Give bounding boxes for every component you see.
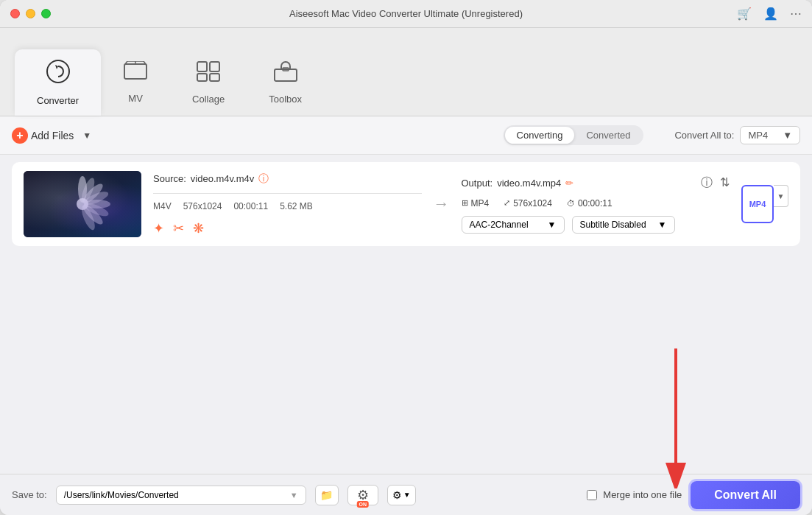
title-bar-actions: 🛒 👤 ⋯: [737, 7, 802, 21]
output-label: Output:: [462, 178, 493, 189]
file-info-left: Source: video.m4v.m4v ⓘ M4V 576x1024 00:…: [153, 172, 422, 237]
audio-channel-select[interactable]: AAC-2Channel ▼: [462, 216, 565, 234]
svg-rect-4: [210, 62, 219, 71]
file-source: Source: video.m4v.m4v ⓘ: [153, 172, 422, 186]
collage-icon: [196, 60, 221, 88]
folder-button[interactable]: 📁: [315, 485, 339, 505]
format-badge-arrow[interactable]: ▼: [774, 185, 788, 207]
source-filename: video.m4v.m4v: [191, 173, 254, 184]
merge-label: Merge into one file: [603, 489, 682, 500]
tab-collage[interactable]: Collage: [170, 49, 247, 116]
tab-toolbox[interactable]: Toolbox: [247, 49, 324, 116]
convert-all-to: Convert All to: MP4 ▼: [674, 126, 800, 144]
svg-point-13: [80, 202, 105, 227]
effects-icon[interactable]: ❋: [193, 220, 204, 237]
output-filename: video.m4v.mp4: [497, 178, 561, 189]
tab-converter-label: Converter: [37, 95, 79, 106]
tab-converter[interactable]: Converter: [15, 49, 101, 116]
file-size: 5.62 MB: [280, 201, 313, 211]
output-resolution-icon: ⤢: [504, 198, 510, 208]
arrow-separator: →: [434, 195, 450, 214]
hw-acceleration-button[interactable]: ⚙ ON: [347, 485, 378, 505]
file-duration: 00:00:11: [233, 201, 268, 211]
minimize-button[interactable]: [26, 9, 35, 18]
file-meta: M4V 576x1024 00:00:11 5.62 MB: [153, 201, 422, 211]
output-format: MP4: [471, 198, 490, 209]
source-label: Source:: [153, 173, 186, 184]
save-path-dropdown: ▼: [290, 491, 298, 500]
file-output: Output: video.m4v.mp4 ✏ ⓘ ⇅ ⊞ MP4: [462, 175, 730, 234]
subtitle-select[interactable]: Subtitle Disabled ▼: [572, 216, 675, 234]
svg-rect-5: [197, 74, 207, 81]
selected-format: MP4: [748, 130, 768, 141]
svg-rect-6: [210, 74, 219, 81]
converted-tab[interactable]: Converted: [574, 127, 642, 144]
output-format-item: ⊞ MP4: [462, 198, 490, 209]
content-area: Source: video.m4v.m4v ⓘ M4V 576x1024 00:…: [0, 155, 812, 474]
output-icons: ⓘ ⇅: [701, 175, 730, 191]
tab-mv[interactable]: MV: [101, 49, 170, 116]
mv-icon: [123, 61, 148, 87]
plus-icon: +: [12, 127, 28, 144]
format-select[interactable]: MP4 ▼: [740, 126, 800, 144]
converting-tab[interactable]: Converting: [505, 127, 575, 144]
toolbox-icon: [273, 60, 298, 88]
file-resolution: 576x1024: [183, 201, 222, 211]
svg-point-10: [78, 176, 87, 203]
settings-icon: ⚙: [392, 489, 402, 501]
source-divider: [153, 193, 422, 194]
convert-all-to-label: Convert All to:: [674, 130, 734, 141]
audio-channel-dropdown-icon: ▼: [548, 220, 557, 230]
output-info-icon[interactable]: ⓘ: [701, 175, 713, 191]
format-badge-text: MP4: [749, 200, 766, 209]
file-item: Source: video.m4v.m4v ⓘ M4V 576x1024 00:…: [12, 162, 800, 246]
file-actions: ✦ ✂ ❋: [153, 220, 422, 237]
output-selects: AAC-2Channel ▼ Subtitle Disabled ▼: [462, 216, 730, 234]
add-files-dropdown[interactable]: ▼: [82, 130, 91, 141]
output-settings-icon[interactable]: ⇅: [720, 175, 730, 191]
add-files-button[interactable]: + Add Files: [12, 127, 74, 144]
source-info-icon[interactable]: ⓘ: [258, 172, 269, 186]
on-badge: ON: [356, 501, 369, 508]
audio-channel-value: AAC-2Channel: [470, 220, 529, 230]
tab-collage-label: Collage: [192, 94, 225, 105]
title-bar: Aiseesoft Mac Video Converter Ultimate (…: [0, 0, 812, 28]
save-path[interactable]: /Users/link/Movies/Converted ▼: [56, 486, 306, 505]
enhance-icon[interactable]: ✦: [153, 220, 164, 237]
menu-icon[interactable]: ⋯: [790, 7, 802, 21]
cut-icon[interactable]: ✂: [173, 220, 184, 237]
maximize-button[interactable]: [41, 9, 51, 18]
svg-point-17: [79, 203, 97, 231]
window-title: Aiseesoft Mac Video Converter Ultimate (…: [289, 8, 523, 19]
output-meta: ⊞ MP4 ⤢ 576x1024 ⏱ 00:00:11: [462, 198, 730, 209]
tab-bar: Converter MV Collage: [0, 28, 812, 116]
svg-point-0: [47, 60, 69, 83]
tab-switcher: Converting Converted: [504, 125, 644, 145]
user-icon[interactable]: 👤: [763, 7, 778, 21]
close-button[interactable]: [10, 9, 20, 18]
cart-icon[interactable]: 🛒: [737, 7, 752, 21]
output-header: Output: video.m4v.mp4 ✏ ⓘ ⇅: [462, 175, 730, 191]
svg-point-18: [77, 198, 88, 210]
svg-point-14: [79, 177, 97, 205]
save-path-value: /Users/link/Movies/Converted: [64, 490, 179, 500]
settings-button[interactable]: ⚙ ▼: [387, 485, 416, 505]
svg-rect-3: [197, 62, 207, 71]
svg-point-11: [80, 181, 105, 206]
svg-point-12: [84, 200, 110, 209]
subtitle-value: Subtitle Disabled: [580, 220, 646, 230]
output-duration-item: ⏱ 00:00:11: [567, 198, 612, 209]
output-resolution-item: ⤢ 576x1024: [504, 198, 552, 209]
convert-all-button[interactable]: Convert All: [691, 481, 800, 509]
merge-checkbox[interactable]: [587, 490, 597, 500]
add-files-label: Add Files: [31, 130, 74, 141]
file-format: M4V: [153, 201, 172, 211]
svg-point-16: [82, 200, 110, 219]
output-format-icon: ⊞: [462, 198, 468, 208]
tab-toolbox-label: Toolbox: [269, 94, 302, 105]
tab-mv-label: MV: [128, 93, 143, 104]
format-dropdown-icon: ▼: [783, 130, 792, 141]
edit-icon[interactable]: ✏: [565, 178, 573, 189]
thumbnail-image: [24, 171, 141, 237]
status-bar-wrapper: Save to: /Users/link/Movies/Converted ▼ …: [0, 474, 812, 515]
